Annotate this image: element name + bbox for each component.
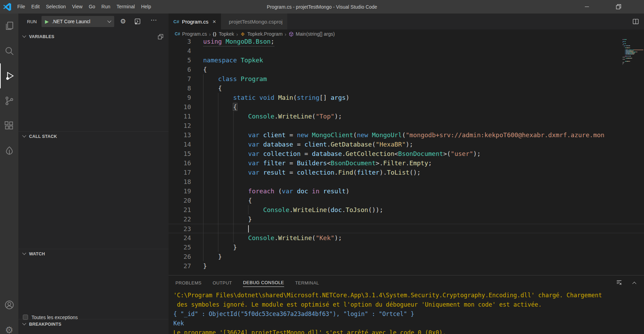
line-number[interactable]: 21 [169,205,203,214]
line-number[interactable]: 26 [169,252,203,261]
line-number[interactable]: 3 [169,38,203,46]
menu-edit[interactable]: Edit [28,0,43,14]
activity-run-debug[interactable] [0,63,18,88]
code-text[interactable]: foreach (var doc in result) [203,186,350,196]
code-text[interactable]: namespace Topkek [203,55,263,65]
code-text[interactable]: var result = collection.Find(filter).ToL… [203,168,421,177]
activity-extensions[interactable] [0,113,18,138]
code-text[interactable]: } [203,261,207,271]
breakpoint-checkbox[interactable] [23,315,28,320]
panel-tab-output[interactable]: OUTPUT [212,279,232,287]
line-number[interactable]: 11 [169,112,203,121]
line-number[interactable]: 10 [169,102,203,112]
code-token: } [203,216,252,223]
gear-icon[interactable]: ⚙ [120,17,126,25]
activity-source-control[interactable] [0,88,18,113]
code-text[interactable]: class Program [203,74,267,84]
code-text[interactable]: var client = new MongoClient(new MongoUr… [203,130,605,140]
activity-explorer[interactable] [0,14,18,38]
breadcrumb-label: Main(string[] args) [296,31,335,37]
open-debug-console-icon[interactable] [134,18,141,26]
code-text[interactable]: { [203,84,222,93]
code-text[interactable]: Console.WriteLine("Kek"); [203,233,342,243]
code-text[interactable]: Console.WriteLine("Top"); [203,112,342,121]
line-number[interactable]: 13 [169,130,203,140]
menu-bar: FileEditSelectionViewGoRunTerminalHelp [14,0,154,14]
line-number[interactable]: 24 [169,233,203,243]
activity-mongodb[interactable] [0,138,18,163]
breadcrumb-item[interactable]: C#Program.cs [175,31,207,37]
code-line-19: 19 foreach (var doc in result) [169,186,644,196]
panel-tab-terminal[interactable]: TERMINAL [295,279,319,287]
menu-run[interactable]: Run [98,0,114,14]
menu-view[interactable]: View [69,0,85,14]
breadcrumb-item[interactable]: Main(string[] args) [289,31,335,37]
code-text[interactable]: { [203,102,237,112]
tab-program-cs[interactable]: C#Program.cs× [169,14,221,29]
panel-tab-problems[interactable]: PROBLEMS [175,279,201,287]
line-number[interactable]: 6 [169,65,203,74]
menu-terminal[interactable]: Terminal [114,0,138,14]
line-number[interactable]: 7 [169,74,203,84]
start-debug-icon[interactable]: ▶ [45,19,49,24]
restore-button[interactable] [610,0,626,14]
code-token: doc [297,187,308,195]
minimap[interactable] [623,39,643,81]
menu-go[interactable]: Go [85,0,98,14]
line-number[interactable]: 9 [169,93,203,102]
code-line-25: 25 } [169,243,644,252]
code-text[interactable]: } [203,243,237,252]
code-text[interactable]: var filter = Builders<BsonDocument>.Filt… [203,158,432,168]
line-number[interactable]: 18 [169,177,203,186]
launch-config-dropdown[interactable]: ▶ .NET Core Launcl [42,16,114,27]
debug-console-output[interactable]: 'C:\Program Files\dotnet\shared\Microsof… [169,291,644,334]
code-text[interactable]: var database = client.GetDatabase("HexaB… [203,140,413,149]
code-editor[interactable]: 3using MongoDB.Bson;45namespace Topkek6{… [169,38,644,275]
breakpoint-row[interactable]: Toutes les exceptions [18,314,169,323]
panel-tab-debug-console[interactable]: DEBUG CONSOLE [243,279,284,287]
section-variables[interactable]: VARIABLES [18,32,169,42]
editor-layout-icon[interactable] [157,34,164,41]
clear-console-icon[interactable] [616,279,623,287]
line-number[interactable]: 8 [169,84,203,93]
chevron-up-icon[interactable] [632,282,636,285]
line-number[interactable]: 25 [169,243,203,252]
split-editor-icon[interactable] [632,18,639,26]
menu-help[interactable]: Help [138,0,154,14]
code-text[interactable]: static void Main(string[] args) [203,93,350,102]
line-number[interactable]: 12 [169,121,203,130]
line-number[interactable]: 17 [169,168,203,177]
code-text[interactable]: Console.WriteLine(doc.ToJson()); [203,205,383,214]
tab-projettestmongo-csproj[interactable]: projetTestMongo.csproj [221,14,287,29]
code-text[interactable]: } [203,252,222,261]
menu-file[interactable]: File [14,0,28,14]
more-actions-icon[interactable]: ⋯ [151,16,157,24]
line-number[interactable]: 4 [169,46,203,55]
line-number[interactable]: 19 [169,186,203,196]
code-text[interactable]: var collection = database.GetCollection<… [203,149,481,158]
breadcrumb-item[interactable]: Topkek.Program [240,31,283,37]
breadcrumb-item[interactable]: {}Topkek [213,31,234,37]
minimize-button[interactable] [579,0,595,14]
line-number[interactable]: 20 [169,196,203,205]
activity-settings[interactable]: ⚙ [0,317,18,334]
menu-selection[interactable]: Selection [43,0,69,14]
panel-actions [616,279,636,287]
code-text[interactable]: } [203,214,252,224]
code-text[interactable]: using MongoDB.Bson; [203,38,274,46]
activity-search[interactable] [0,38,18,63]
line-number[interactable]: 27 [169,261,203,271]
line-number[interactable]: 22 [169,214,203,224]
line-number[interactable]: 16 [169,158,203,168]
line-number[interactable]: 15 [169,149,203,158]
close-icon[interactable]: × [212,19,216,25]
line-number[interactable]: 23 [169,224,203,234]
activity-accounts[interactable] [0,292,18,317]
code-text[interactable]: { [203,65,207,74]
line-number[interactable]: 14 [169,140,203,149]
code-text[interactable]: { [203,196,252,205]
code-token: string [297,94,319,101]
line-number[interactable]: 5 [169,55,203,65]
section-call-stack[interactable]: CALL STACK [18,131,169,142]
section-watch[interactable]: WATCH [18,249,169,260]
